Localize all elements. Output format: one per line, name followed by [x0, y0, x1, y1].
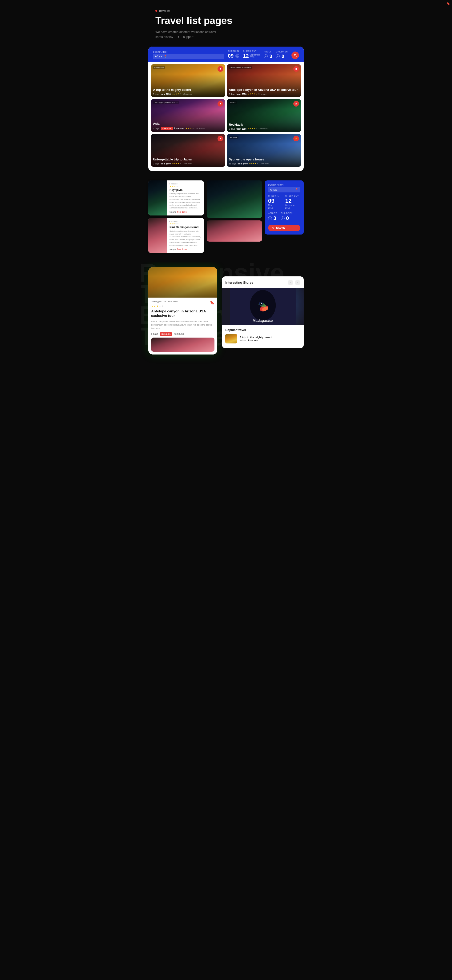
checkin-day: 09	[228, 53, 233, 59]
card-days-5: 2 days	[153, 162, 160, 165]
list-card-title-2: Pink flamingos island	[169, 226, 201, 229]
phone-hero-overlay	[148, 267, 217, 298]
popular-days: 5 days	[240, 339, 246, 342]
svg-point-6	[260, 302, 262, 305]
card-meta-5: 2 days from $900 ★ ★ ★ ★ ★ 10 reviews	[153, 162, 223, 165]
phone-bookmark-icon[interactable]: 🔖	[210, 301, 214, 305]
phone-title: Antelope canyon in Arizona USA exclusive…	[151, 309, 214, 318]
card-bookmark-2[interactable]	[293, 66, 299, 72]
nav-arrow-right[interactable]: →	[295, 280, 300, 285]
list-card-region-2: ▸ Iceland	[169, 220, 201, 222]
card-bookmark-1[interactable]	[217, 66, 223, 72]
card-bookmark-3[interactable]	[217, 101, 223, 107]
list-card-img-2	[148, 218, 167, 253]
sidebar-search-form: Destination Africa 📍 Check In 09 May 201…	[265, 180, 304, 234]
card-title-6: Sydney the opera house	[229, 158, 299, 162]
travel-card-6[interactable]: Australia Sydney the opera house 15 days…	[227, 134, 301, 167]
adults-label: Adult	[264, 51, 272, 53]
card-reviews-6: 10 reviews	[260, 162, 268, 165]
phone-bottom-card	[151, 337, 214, 352]
adults-field: Adult + 3	[264, 51, 272, 59]
children-field: Children + 0	[276, 51, 287, 59]
card-days-2: 5 days	[229, 93, 235, 95]
sidebar-checkin: Check In 09 May 2019	[268, 195, 283, 210]
children-label: Children	[276, 51, 287, 53]
checkout-field: Check Out 12 September 2019	[243, 50, 260, 59]
card-bookmark-6[interactable]	[293, 136, 299, 142]
stories-header: Interesting Storys ← →	[222, 277, 304, 288]
sidebar-checkout-label: Check Out	[285, 195, 300, 197]
adults-value: 3	[270, 54, 272, 59]
checkout-value: 12 September 2019	[243, 53, 260, 59]
popular-item-name: A trip to the mighty desert	[240, 336, 272, 339]
children-decrement[interactable]: +	[276, 54, 280, 58]
list-card-body-1: ▸ Iceland ★ ★ ★ ★ ★ Reykjavík Sed ut per…	[167, 180, 204, 215]
sidebar-children-dec[interactable]: +	[281, 216, 284, 220]
travel-card-4[interactable]: Iceland Reykjavík 5 days from $356 ★ ★ ★…	[227, 99, 301, 132]
card-region-2: United States of America	[229, 66, 252, 69]
sidebar-adults-dec[interactable]: +	[268, 216, 272, 220]
card-meta-6: 15 days from $400 ★ ★ ★ ★ ★ 10 reviews	[229, 162, 299, 165]
adults-decrement[interactable]: +	[264, 54, 268, 58]
card-bookmark-5[interactable]	[217, 136, 223, 142]
destination-field: Destination Africa 📍	[153, 51, 224, 59]
list-card-stars-1: ★ ★ ★ ★ ★	[169, 185, 201, 188]
sidebar-checkin-info: May 2019	[268, 204, 283, 210]
card-stars-1: ★ ★ ★ ★ ★	[172, 93, 181, 95]
cards-grid-row1: North Africa A trip to the mighty desert…	[148, 62, 304, 134]
popular-title: Popular travel	[225, 328, 300, 332]
card-content-6: Sydney the opera house 15 days from $400…	[229, 158, 299, 165]
list-cards-column: ▸ Iceland ★ ★ ★ ★ ★ Reykjavík Sed ut per…	[148, 180, 204, 253]
travel-card-2[interactable]: United States of America Antelope canyon…	[227, 64, 301, 97]
phone-days: 5 days	[151, 332, 158, 335]
header-section: Travel list Travel list pages We have cr…	[141, 0, 311, 46]
svg-point-0	[273, 227, 274, 228]
list-card-img-1	[148, 180, 167, 215]
list-card-desc-1: Sed ut perspiciatis unde omnis iste natu…	[169, 192, 201, 209]
card-meta-4: 5 days from $356 ★ ★ ★ ★ ★ 10 reviews	[229, 128, 299, 130]
card-bookmark-4[interactable]	[293, 101, 299, 107]
list-card-2[interactable]: ▸ Iceland ★ ★ ★ ★ ★ Pink flamingos islan…	[148, 218, 204, 253]
popular-item-1[interactable]: A trip to the mighty desert 5 days | fro…	[225, 334, 300, 344]
travel-card-1[interactable]: North Africa A trip to the mighty desert…	[151, 64, 225, 97]
card-price-1: from $356	[161, 93, 171, 95]
sidebar-dest-field[interactable]: Africa 📍	[268, 187, 300, 192]
sidebar-adults-label: Adults	[268, 212, 277, 214]
travel-card-5[interactable]: Unforgettable trip to Japan 2 days from …	[151, 134, 225, 167]
card-content-3: Asia 5 days Sale 23% from $256 ★ ★ ★ ★ ★…	[153, 122, 223, 130]
card-price-4: from $356	[236, 128, 247, 130]
section-label: Travel list	[155, 10, 297, 12]
sidebar-children-value: + 0	[281, 215, 292, 221]
red-dot-icon	[155, 10, 157, 12]
sidebar-checkin-label: Check In	[268, 195, 283, 197]
checkin-label: Check In	[228, 50, 240, 52]
phone-desc: Sed ut perspiciatis unde omnis iste natu…	[151, 320, 214, 330]
search-button[interactable]	[291, 51, 299, 59]
card-reviews-3: 10 reviews	[196, 127, 205, 129]
card-region-3: The biggest part of the world	[153, 101, 179, 104]
card-title-2: Antelope canyon in Arizona USA exclusive…	[229, 88, 299, 92]
checkout-month-year: September 2019	[250, 54, 260, 58]
sidebar-adults-value: + 3	[268, 215, 277, 221]
list-card-body-2: ▸ Iceland ★ ★ ★ ★ ★ Pink flamingos islan…	[167, 218, 204, 253]
nav-arrow-left[interactable]: ←	[287, 280, 293, 285]
right-panel: Interesting Storys ← →	[222, 277, 304, 348]
list-card-stars-2: ★ ★ ★ ★ ★	[169, 223, 201, 225]
destination-select[interactable]: Africa 📍	[153, 54, 224, 59]
nav-arrows: ← →	[287, 280, 300, 285]
label-text: Travel list	[159, 10, 170, 12]
destination-label: Destination	[153, 51, 224, 53]
card-stars-4: ★ ★ ★ ★ ★	[248, 128, 257, 130]
travel-card-3[interactable]: The biggest part of the world Asia 5 day…	[151, 99, 225, 132]
phone-body: The biggest part of the world 🔖 ★ ★ ★ ★ …	[148, 298, 217, 355]
card-content-5: Unforgettable trip to Japan 2 days from …	[153, 158, 223, 165]
checkin-month-year: May 2019	[235, 54, 239, 58]
sidebar-search-button[interactable]: Search	[268, 225, 300, 231]
search-bar: Destination Africa 📍 Check In 09 May 201…	[148, 46, 304, 62]
card-stars-6: ★ ★ ★ ★ ★	[249, 162, 258, 165]
sidebar-adults: Adults + 3	[268, 212, 277, 221]
list-card-1[interactable]: ▸ Iceland ★ ★ ★ ★ ★ Reykjavík Sed ut per…	[148, 180, 204, 215]
card-content-1: A trip to the mighty desert 5 days from …	[153, 88, 223, 95]
card-days-6: 15 days	[229, 162, 236, 165]
paired-img-iceland	[207, 180, 262, 218]
